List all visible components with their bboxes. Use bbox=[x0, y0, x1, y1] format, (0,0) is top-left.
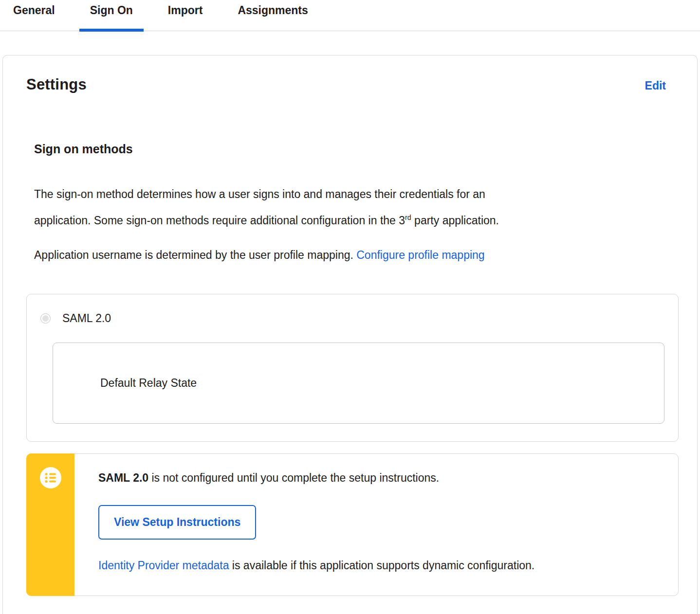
configure-profile-mapping-link[interactable]: Configure profile mapping bbox=[356, 249, 484, 261]
callout-content: SAML 2.0 is not configured until you com… bbox=[98, 454, 678, 596]
sign-on-description: The sign-on method determines how a user… bbox=[34, 182, 638, 232]
edit-link[interactable]: Edit bbox=[645, 79, 666, 92]
callout-stripe bbox=[26, 453, 74, 596]
idp-metadata-text: is available if this application support… bbox=[229, 559, 534, 572]
tab-bar: General Sign On Import Assignments bbox=[0, 0, 700, 31]
profile-mapping-note: Application username is determined by th… bbox=[34, 243, 638, 267]
tab-import[interactable]: Import bbox=[157, 0, 214, 31]
tab-general[interactable]: General bbox=[2, 0, 66, 31]
saml-radio-button[interactable] bbox=[40, 313, 51, 324]
sign-on-description-line2: application. Some sign-on methods requir… bbox=[34, 214, 405, 227]
tab-sign-on[interactable]: Sign On bbox=[79, 0, 144, 31]
sign-on-description-line1: The sign-on method determines how a user… bbox=[34, 188, 485, 200]
settings-card: Settings Edit Sign on methods The sign-o… bbox=[2, 55, 698, 614]
list-icon bbox=[40, 467, 61, 488]
callout-message-bold: SAML 2.0 bbox=[98, 471, 148, 484]
settings-card-header: Settings Edit bbox=[26, 76, 676, 93]
identity-provider-metadata-link[interactable]: Identity Provider metadata bbox=[98, 559, 229, 572]
saml-option-box: SAML 2.0 Default Relay State bbox=[26, 294, 679, 442]
idp-metadata-note: Identity Provider metadata is available … bbox=[98, 559, 659, 572]
callout-message-rest: is not configured until you complete the… bbox=[148, 471, 439, 484]
view-setup-instructions-button[interactable]: View Setup Instructions bbox=[98, 505, 256, 540]
saml-radio-row: SAML 2.0 bbox=[40, 312, 664, 325]
ordinal-superscript: rd bbox=[405, 214, 411, 221]
sign-on-methods-heading: Sign on methods bbox=[34, 142, 676, 156]
sign-on-description-line2-end: party application. bbox=[411, 214, 499, 227]
tab-assignments[interactable]: Assignments bbox=[227, 0, 318, 31]
setup-callout: SAML 2.0 is not configured until you com… bbox=[26, 453, 679, 596]
profile-mapping-text: Application username is determined by th… bbox=[34, 249, 356, 261]
default-relay-state-field: Default Relay State bbox=[53, 343, 664, 424]
callout-message: SAML 2.0 is not configured until you com… bbox=[98, 471, 659, 485]
saml-radio-label: SAML 2.0 bbox=[62, 312, 111, 325]
default-relay-state-label: Default Relay State bbox=[100, 377, 197, 390]
page-title: Settings bbox=[26, 76, 87, 93]
